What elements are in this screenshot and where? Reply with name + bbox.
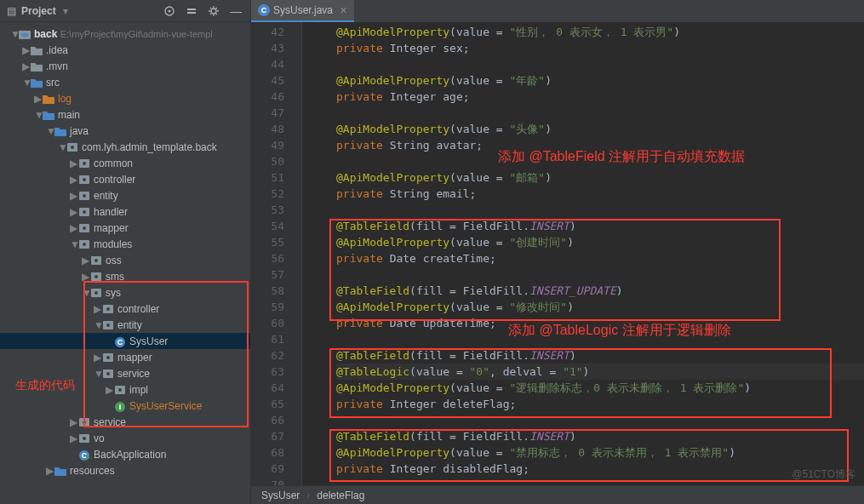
editor-tabs: C SysUser.java ✕ bbox=[251, 0, 864, 22]
svg-text:I: I bbox=[119, 403, 122, 411]
tree-item-back[interactable]: ▼back E:\myProject\myGit\admin-vue-templ bbox=[0, 26, 250, 42]
tree-item-sysuser[interactable]: CSysUser bbox=[0, 333, 250, 349]
java-class-icon: C bbox=[258, 4, 270, 16]
svg-point-20 bbox=[83, 243, 86, 246]
tab-label: SysUser.java bbox=[273, 4, 333, 16]
svg-point-10 bbox=[83, 162, 86, 165]
code-content[interactable]: @ApiModelProperty(value = "性别， 0 表示女， 1 … bbox=[302, 22, 864, 485]
svg-point-1 bbox=[169, 9, 171, 12]
locate-icon[interactable] bbox=[160, 2, 179, 20]
collapse-icon[interactable] bbox=[182, 2, 201, 20]
svg-point-8 bbox=[71, 146, 74, 149]
svg-point-4 bbox=[211, 9, 216, 14]
svg-rect-2 bbox=[187, 9, 196, 10]
svg-point-36 bbox=[106, 372, 110, 375]
tree-item-resources[interactable]: ▶resources bbox=[0, 462, 250, 478]
annotation-label-generated: 生成的代码 bbox=[15, 378, 75, 393]
dropdown-icon[interactable]: ▾ bbox=[63, 5, 68, 17]
crumb-class[interactable]: SysUser bbox=[261, 490, 300, 501]
svg-point-22 bbox=[94, 259, 98, 262]
watermark: @51CTO博客 bbox=[792, 467, 855, 482]
tree-item-sms[interactable]: ▶sms bbox=[0, 268, 250, 284]
svg-point-34 bbox=[106, 356, 110, 359]
tree-item-modules[interactable]: ▼modules bbox=[0, 236, 250, 252]
svg-point-30 bbox=[106, 324, 110, 327]
svg-point-18 bbox=[83, 226, 86, 230]
tree-item-sys[interactable]: ▼sys bbox=[0, 284, 250, 301]
svg-point-16 bbox=[83, 210, 86, 214]
svg-point-12 bbox=[83, 178, 86, 181]
tree-item-common[interactable]: ▶common bbox=[0, 155, 250, 171]
svg-point-44 bbox=[83, 437, 86, 440]
project-tree[interactable]: ▼back E:\myProject\myGit\admin-vue-templ… bbox=[0, 22, 250, 478]
tree-item-controller[interactable]: ▶controller bbox=[0, 301, 250, 317]
code-editor[interactable]: 4243444546474849505152535455565758596061… bbox=[251, 22, 864, 485]
tab-sysuser[interactable]: C SysUser.java ✕ bbox=[251, 0, 354, 22]
svg-point-38 bbox=[118, 388, 122, 392]
tree-item-handler[interactable]: ▶handler bbox=[0, 203, 250, 220]
svg-point-28 bbox=[106, 307, 110, 311]
tree-item-sysuserservice[interactable]: ISysUserService bbox=[0, 398, 250, 414]
svg-text:C: C bbox=[117, 338, 123, 346]
tree-item-main[interactable]: ▼main bbox=[0, 106, 250, 123]
project-sidebar: ▤ Project ▾ — ▼back E:\myProject\myGit\a… bbox=[0, 0, 251, 504]
tree-item-com-lyh-admin_template-back[interactable]: ▼com.lyh.admin_template.back bbox=[0, 139, 250, 155]
project-tool-icon: ▤ bbox=[7, 5, 16, 17]
tree-item-mapper[interactable]: ▶mapper bbox=[0, 220, 250, 236]
chevron-right-icon: › bbox=[306, 490, 310, 501]
editor-area: C SysUser.java ✕ 42434445464748495051525… bbox=[251, 0, 864, 504]
svg-point-26 bbox=[94, 291, 98, 295]
tree-item-java[interactable]: ▼java bbox=[0, 123, 250, 139]
svg-rect-6 bbox=[21, 33, 28, 37]
tree-item-entity[interactable]: ▶entity bbox=[0, 187, 250, 203]
tree-item-oss[interactable]: ▶oss bbox=[0, 252, 250, 268]
tree-item-mapper[interactable]: ▶mapper bbox=[0, 349, 250, 365]
tree-item--mvn[interactable]: ▶.mvn bbox=[0, 58, 250, 74]
tree-item-controller[interactable]: ▶controller bbox=[0, 171, 250, 187]
sidebar-header: ▤ Project ▾ — bbox=[0, 0, 250, 22]
gear-icon[interactable] bbox=[204, 2, 223, 20]
svg-rect-3 bbox=[187, 12, 196, 14]
svg-point-24 bbox=[94, 275, 98, 278]
tree-item-service[interactable]: ▶service bbox=[0, 414, 250, 430]
svg-point-42 bbox=[83, 421, 86, 424]
tree-item--idea[interactable]: ▶.idea bbox=[0, 42, 250, 58]
tree-item-src[interactable]: ▼src bbox=[0, 74, 250, 90]
project-label: Project bbox=[21, 5, 56, 17]
annotation-label-2: 添加 @TableLogic 注解用于逻辑删除 bbox=[508, 322, 731, 340]
tree-item-backapplication[interactable]: CBackApplication bbox=[0, 446, 250, 462]
tree-item-log[interactable]: ▶log bbox=[0, 90, 250, 106]
tree-item-entity[interactable]: ▼entity bbox=[0, 317, 250, 333]
breadcrumb[interactable]: SysUser › deleteFlag bbox=[251, 485, 864, 504]
hide-icon[interactable]: — bbox=[226, 2, 245, 20]
crumb-member[interactable]: deleteFlag bbox=[317, 490, 364, 501]
svg-point-14 bbox=[83, 194, 86, 198]
close-icon[interactable]: ✕ bbox=[340, 5, 347, 16]
annotation-label-1: 添加 @TableField 注解用于自动填充数据 bbox=[498, 148, 745, 166]
line-gutter: 4243444546474849505152535455565758596061… bbox=[251, 22, 302, 485]
tree-item-vo[interactable]: ▶vo bbox=[0, 430, 250, 446]
